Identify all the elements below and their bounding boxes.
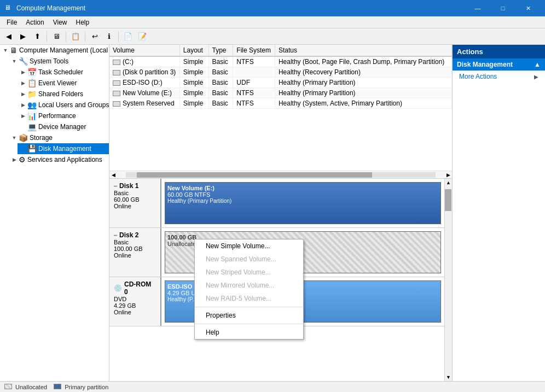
table-row[interactable]: (Disk 0 partition 3) SimpleBasic Healthy… [109, 67, 452, 78]
menu-help[interactable]: Help [72, 17, 94, 27]
ctx-new-striped: New Striped Volume... [195, 266, 303, 279]
table-row[interactable]: ESD-ISO (D:) SimpleBasicUDF Healthy (Pri… [109, 78, 452, 88]
toolbar-btn-4[interactable]: ↩ [88, 30, 101, 43]
disk-2-info: ━ Disk 2 Basic 100.00 GB Online [109, 228, 161, 277]
actions-more-actions[interactable]: More Actions ▶ [453, 71, 545, 83]
tree-label-root: Computer Management (Local [19, 46, 108, 54]
toolbar-computer[interactable]: 🖥 [50, 30, 63, 43]
tree-expand-root[interactable]: ▼ [1, 46, 10, 55]
toolbar-up[interactable]: ⬆ [31, 30, 44, 43]
legend-primary-label: Primary partition [65, 384, 108, 390]
col-filesystem[interactable]: File System [233, 45, 275, 56]
table-row[interactable]: (C:) SimpleBasicNTFS Healthy (Boot, Page… [109, 56, 452, 67]
menu-action[interactable]: Action [21, 17, 48, 27]
tree-item-performance[interactable]: ▶ 📊 Performance [18, 110, 109, 121]
toolbar-forward[interactable]: ▶ [16, 30, 30, 43]
vscroll-down[interactable]: ▼ [445, 373, 452, 381]
event-viewer-icon: 📋 [27, 79, 37, 87]
tree-expand-task-scheduler[interactable]: ▶ [19, 68, 27, 77]
tree-item-device-manager[interactable]: 💻 Device Manager [18, 121, 109, 132]
tree-item-root[interactable]: ▼ 🖥 Computer Management (Local [0, 45, 109, 56]
ctx-properties[interactable]: Properties [195, 309, 303, 322]
vscroll-up[interactable]: ▲ [445, 179, 452, 186]
col-layout[interactable]: Layout [179, 45, 208, 56]
disk-management-icon: 💾 [27, 144, 37, 153]
cdrom-type: DVD [114, 296, 156, 302]
table-row[interactable]: System Reserved SimpleBasicNTFS Healthy … [109, 98, 452, 109]
actions-disk-management-header[interactable]: Disk Management ▲ [453, 58, 545, 71]
legend-item-unallocated: Unallocated [4, 384, 47, 390]
tree-item-event-viewer[interactable]: ▶ 📋 Event Viewer [18, 78, 109, 89]
toolbar-show-hide-tree[interactable]: 📋 [69, 30, 82, 43]
volume-table: Volume Layout Type File System Status (C… [109, 45, 452, 109]
tree-item-local-users[interactable]: ▶ 👥 Local Users and Groups [18, 100, 109, 110]
disk-2-name: Disk 2 [119, 231, 138, 239]
disk-2-type: Basic [114, 239, 156, 245]
col-volume[interactable]: Volume [109, 45, 179, 56]
col-type[interactable]: Type [208, 45, 233, 56]
tree-expand-shared-folders[interactable]: ▶ [19, 90, 27, 98]
local-users-icon: 👥 [27, 101, 37, 109]
h-scroll-right[interactable]: ▶ [444, 171, 452, 179]
status-bar: Unallocated Primary partition [0, 381, 545, 392]
tree-expand-storage[interactable]: ▼ [10, 133, 19, 142]
toolbar-btn-7[interactable]: 📝 [136, 30, 149, 43]
tree-expand-event-viewer[interactable]: ▶ [19, 79, 27, 87]
tree-item-storage[interactable]: ▼ 📦 Storage [9, 132, 109, 143]
tree-label-disk-management: Disk Management [38, 145, 91, 153]
tree-expand-system-tools[interactable]: ▼ [10, 57, 19, 66]
center-panel: Volume Layout Type File System Status (C… [109, 45, 452, 381]
ctx-help[interactable]: Help [195, 326, 303, 339]
horizontal-scrollbar[interactable]: ◀ ▶ [109, 171, 452, 178]
tree-item-services-apps[interactable]: ▶ ⚙ Services and Applications [9, 154, 109, 165]
menu-bar: File Action View Help [0, 16, 545, 28]
table-row[interactable]: New Volume (E:) SimpleBasicNTFS Healthy … [109, 88, 452, 98]
h-scroll-track[interactable] [126, 172, 436, 178]
legend-primary-icon [54, 384, 61, 389]
h-scroll-left[interactable]: ◀ [109, 171, 117, 179]
minimize-button[interactable]: — [465, 0, 490, 16]
tree-item-task-scheduler[interactable]: ▶ 📅 Task Scheduler [18, 67, 109, 78]
tree-item-system-tools[interactable]: ▼ 🔧 System Tools [9, 56, 109, 67]
device-manager-icon: 💻 [27, 122, 37, 131]
vscroll-thumb[interactable] [445, 189, 451, 211]
cdrom-name: CD-ROM 0 [124, 280, 156, 296]
tree-expand-services-apps[interactable]: ▶ [10, 155, 19, 164]
tree-expand-local-users[interactable]: ▶ [19, 101, 27, 109]
tree-label-event-viewer: Event Viewer [38, 79, 77, 87]
actions-panel: Actions Disk Management ▲ More Actions ▶ [452, 45, 545, 381]
tree-item-shared-folders[interactable]: ▶ 📁 Shared Folders [18, 89, 109, 100]
actions-disk-management-label: Disk Management [457, 61, 513, 68]
toolbar-btn-5[interactable]: ℹ [102, 30, 115, 43]
toolbar-back[interactable]: ◀ [2, 30, 15, 43]
context-menu: New Simple Volume... New Spanned Volume.… [194, 239, 304, 340]
app-icon: 🖥 [4, 4, 13, 13]
maximize-button[interactable]: □ [490, 0, 515, 16]
shared-folders-icon: 📁 [27, 90, 37, 98]
toolbar-sep-3 [85, 31, 85, 42]
h-scroll-thumb[interactable] [137, 172, 372, 178]
menu-view[interactable]: View [49, 17, 72, 27]
disk-1-partition-e[interactable]: New Volume (E:) 60.00 GB NTFS Healthy (P… [165, 182, 441, 224]
title-bar-controls: — □ ✕ [465, 0, 541, 16]
tree-item-disk-management[interactable]: 💾 Disk Management [18, 143, 109, 154]
task-scheduler-icon: 📅 [27, 68, 37, 77]
actions-more-actions-label: More Actions [459, 73, 497, 80]
tree-expand-performance[interactable]: ▶ [19, 112, 27, 120]
title-bar: 🖥 Computer Management — □ ✕ [0, 0, 545, 16]
actions-collapse-icon: ▲ [534, 61, 541, 68]
close-button[interactable]: ✕ [515, 0, 541, 16]
toolbar-btn-6[interactable]: 📄 [121, 30, 135, 43]
disk-visual-area: ━ Disk 1 Basic 60.00 GB Online New Volum… [109, 178, 452, 381]
disk-1-size: 60.00 GB [114, 196, 156, 203]
toolbar-sep-4 [118, 31, 119, 42]
ctx-new-simple[interactable]: New Simple Volume... [195, 239, 303, 253]
tree-label-services-apps: Services and Applications [27, 156, 102, 163]
col-status[interactable]: Status [275, 45, 451, 56]
disk-1-vol-size: 60.00 GB NTFS [167, 191, 438, 198]
disk-1-vol-name: New Volume (E:) [167, 185, 438, 191]
disk-row-2: ━ Disk 2 Basic 100.00 GB Online 100.00 G… [109, 228, 452, 277]
ctx-new-spanned: New Spanned Volume... [195, 253, 303, 266]
ctx-sep-1 [195, 307, 303, 307]
menu-file[interactable]: File [2, 17, 21, 27]
